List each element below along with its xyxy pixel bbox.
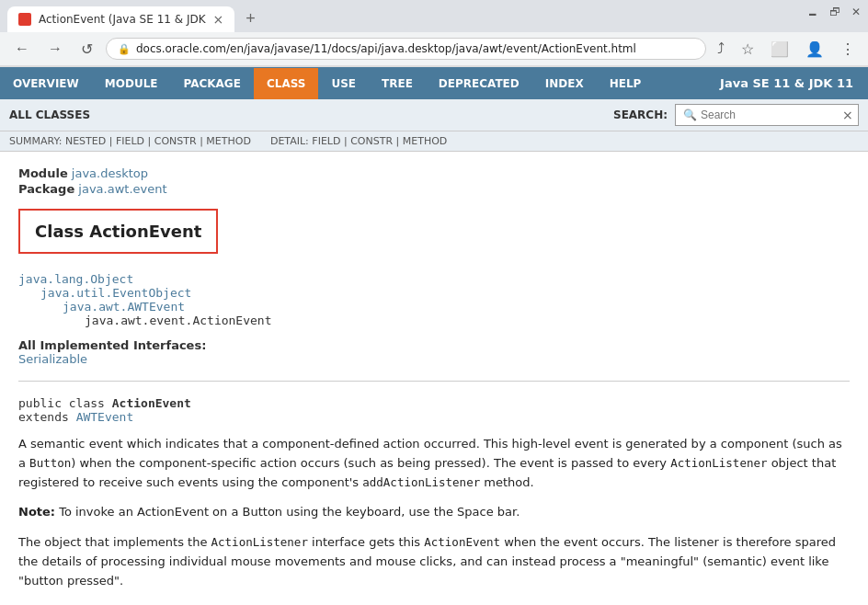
all-classes-link[interactable]: ALL CLASSES [9, 108, 90, 121]
module-line: Module java.desktop [18, 166, 850, 180]
description-para3: The object that implements the ActionLis… [18, 533, 850, 590]
tab-view-icon[interactable]: ⬜ [767, 39, 793, 60]
maximize-icon[interactable]: 🗗 [829, 6, 840, 18]
minimize-icon[interactable]: 🗕 [807, 6, 818, 18]
para3-text-1: The object that implements the [18, 535, 211, 549]
lock-icon: 🔒 [118, 43, 131, 55]
interfaces-label: All Implemented Interfaces: [18, 338, 206, 352]
tab-favicon [18, 13, 31, 26]
nav-class[interactable]: CLASS [254, 68, 319, 99]
interfaces-section: All Implemented Interfaces: Serializable [18, 338, 850, 366]
hierarchy-item-object[interactable]: java.lang.Object [18, 272, 850, 286]
desc-text-4: method. [480, 475, 533, 489]
serializable-link[interactable]: Serializable [18, 352, 87, 366]
summary-bar: SUMMARY: NESTED | FIELD | CONSTR | METHO… [0, 131, 868, 152]
main-content: Module java.desktop Package java.awt.eve… [0, 152, 868, 605]
sig-public: public class [18, 396, 112, 410]
refresh-button[interactable]: ↺ [75, 39, 98, 60]
javadoc-version-title: Java SE 11 & JDK 11 [705, 67, 868, 99]
module-label: Module [18, 166, 68, 180]
desc-button-code: Button [29, 456, 71, 470]
sig-extends: extends [18, 410, 76, 424]
url-text: docs.oracle.com/en/java/javase/11/docs/a… [136, 42, 694, 55]
module-link[interactable]: java.desktop [72, 166, 148, 180]
note-text: To invoke an ActionEvent on a Button usi… [55, 505, 520, 519]
para3-text-2: interface gets this [308, 535, 424, 549]
nav-index[interactable]: INDEX [532, 68, 597, 99]
nav-use[interactable]: USE [318, 68, 369, 99]
desc-addactionlistener-code: addActionListener [362, 475, 480, 489]
all-classes-bar: ALL CLASSES SEARCH: 🔍 × [0, 99, 868, 131]
package-label: Package [18, 182, 74, 196]
search-clear-button[interactable]: × [842, 108, 853, 122]
para3-actionevent-code: ActionEvent [424, 535, 500, 549]
nav-module[interactable]: MODULE [92, 68, 171, 99]
search-input[interactable] [701, 108, 839, 121]
close-icon[interactable]: ✕ [851, 6, 861, 18]
bookmark-icon[interactable]: ☆ [737, 39, 758, 60]
nav-deprecated[interactable]: DEPRECATED [426, 68, 532, 99]
nav-package[interactable]: PACKAGE [171, 68, 254, 99]
class-hierarchy: java.lang.Object java.util.EventObject j… [18, 272, 850, 327]
sig-classname: ActionEvent [112, 396, 191, 410]
detail-text: DETAIL: FIELD | CONSTR | METHOD [270, 135, 447, 147]
class-signature: public class ActionEvent extends AWTEven… [18, 396, 850, 424]
package-link[interactable]: java.awt.event [78, 182, 166, 196]
browser-tab[interactable]: ActionEvent (Java SE 11 & JDK × [7, 6, 234, 32]
desc-text-2: ) when the component-specific action occ… [71, 456, 670, 470]
summary-text: SUMMARY: NESTED | FIELD | CONSTR | METHO… [9, 135, 251, 147]
class-header-box: Class ActionEvent [18, 209, 218, 254]
address-bar[interactable]: 🔒 docs.oracle.com/en/java/javase/11/docs… [106, 38, 706, 60]
nav-overview[interactable]: OVERVIEW [0, 68, 92, 99]
search-field-container: 🔍 × [675, 104, 859, 126]
back-button[interactable]: ← [9, 39, 35, 59]
package-line: Package java.awt.event [18, 182, 850, 196]
window-controls: 🗕 🗗 ✕ [807, 6, 861, 18]
search-label: SEARCH: [613, 108, 668, 121]
tab-title: ActionEvent (Java SE 11 & JDK [39, 13, 206, 26]
search-area: SEARCH: 🔍 × [613, 104, 859, 126]
nav-tree[interactable]: TREE [369, 68, 426, 99]
description-para1: A semantic event which indicates that a … [18, 435, 850, 492]
desc-actionlistener-code: ActionListener [670, 456, 767, 470]
profile-icon[interactable]: 👤 [802, 39, 828, 60]
nav-help[interactable]: HELP [597, 68, 655, 99]
javadoc-navbar: OVERVIEW MODULE PACKAGE CLASS USE TREE D… [0, 67, 868, 99]
share-icon[interactable]: ⤴ [714, 39, 728, 60]
hierarchy-item-awtevent[interactable]: java.awt.AWTEvent [63, 300, 850, 314]
divider-1 [18, 381, 850, 382]
sig-parent-link[interactable]: AWTEvent [76, 410, 134, 424]
search-magnifier-icon: 🔍 [683, 108, 697, 121]
new-tab-button[interactable]: + [238, 6, 263, 32]
description-note: Note: To invoke an ActionEvent on a Butt… [18, 503, 850, 522]
hierarchy-item-eventobject[interactable]: java.util.EventObject [40, 286, 850, 300]
hierarchy-item-actionevent: java.awt.event.ActionEvent [85, 314, 850, 327]
tab-close-button[interactable]: × [213, 12, 224, 27]
para3-actionlistener-code: ActionListener [211, 535, 308, 549]
note-label: Note: [18, 505, 55, 519]
forward-button[interactable]: → [42, 39, 68, 59]
class-title: Class ActionEvent [35, 222, 201, 241]
menu-icon[interactable]: ⋮ [837, 39, 859, 60]
